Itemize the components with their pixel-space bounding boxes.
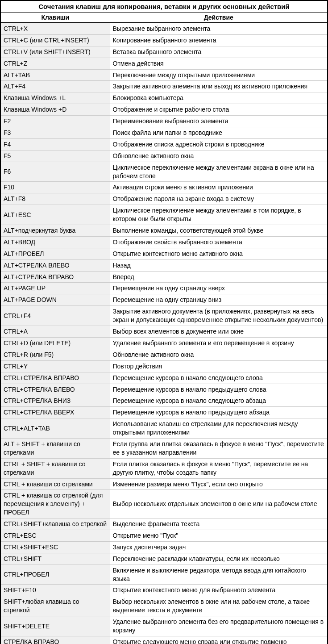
key-cell: CTRL+SHIFT+ESC bbox=[0, 541, 110, 553]
key-cell: CTRL + SHIFT + клавиши со стрелками bbox=[0, 458, 110, 478]
action-cell: Отображение и скрытие рабочего стола bbox=[110, 104, 328, 116]
table-row: ALT + SHIFT + клавиши со стрелкамиЕсли г… bbox=[0, 438, 328, 458]
table-row: CTRL+ALT+TABИспользование клавиш со стре… bbox=[0, 418, 328, 439]
table-row: CTRL+СТРЕЛКА ВНИЗПеремещение курсора в н… bbox=[0, 395, 328, 407]
table-row: ALT+подчеркнутая букваВыполнение команды… bbox=[0, 225, 328, 237]
key-cell: CTRL+СТРЕЛКА ВНИЗ bbox=[0, 395, 110, 407]
table-row: ALT+F8Отображение пароля на экране входа… bbox=[0, 193, 328, 205]
action-cell: Открытие контекстного меню активного окн… bbox=[110, 248, 328, 259]
table-row: CTRL+SHIFTПереключение раскладки клавиат… bbox=[0, 553, 328, 565]
action-cell: Переключение между открытыми приложениям… bbox=[110, 69, 328, 81]
key-cell: CTRL+ПРОБЕЛ bbox=[0, 565, 110, 585]
table-row: CTRL+YПовтор действия bbox=[0, 360, 328, 372]
action-cell: Запуск диспетчера задач bbox=[110, 541, 328, 553]
table-row: ALT+PAGE UPПеремещение на одну страницу … bbox=[0, 283, 328, 294]
table-row: CTRL+V (или SHIFT+INSERT)Вставка выбранн… bbox=[0, 46, 328, 58]
key-cell: CTRL+F4 bbox=[0, 306, 110, 326]
action-cell: Открытие меню "Пуск" bbox=[110, 530, 328, 541]
table-row: CTRL+R (или F5)Обновление активного окна bbox=[0, 349, 328, 360]
table-row: CTRL+SHIFT+клавиша со стрелкойВыделение … bbox=[0, 519, 328, 530]
key-cell: F4 bbox=[0, 138, 110, 150]
table-row: ALT+СТРЕЛКА ВЛЕВОНазад bbox=[0, 259, 328, 271]
action-cell: Перемещение курсора в начало предыдущего… bbox=[110, 407, 328, 418]
action-cell: Перемещение курсора в начало следующего … bbox=[110, 372, 328, 384]
key-cell: CTRL+A bbox=[0, 326, 110, 338]
key-cell: CTRL+СТРЕЛКА ВВЕРХ bbox=[0, 407, 110, 418]
key-cell: ALT+ПРОБЕЛ bbox=[0, 248, 110, 259]
action-cell: Назад bbox=[110, 259, 328, 271]
action-cell: Переключение раскладки клавиатуры, если … bbox=[110, 553, 328, 565]
key-cell: CTRL+R (или F5) bbox=[0, 349, 110, 360]
action-cell: Перемещение курсора в начало предыдущего… bbox=[110, 384, 328, 395]
key-cell: ALT+PAGE DOWN bbox=[0, 294, 110, 306]
action-cell: Удаление выбранного элемента и его перем… bbox=[110, 337, 328, 349]
action-cell: Включение и выключение редактора метода … bbox=[110, 565, 328, 585]
action-cell: Копирование выбранного элемента bbox=[110, 34, 328, 46]
action-cell: Циклическое переключение между элементам… bbox=[110, 205, 328, 225]
key-cell: CTRL+V (или SHIFT+INSERT) bbox=[0, 46, 110, 58]
action-cell: Активация строки меню в активном приложе… bbox=[110, 182, 328, 193]
action-cell: Циклическое переключение между элементам… bbox=[110, 162, 328, 182]
table-row: CTRL+СТРЕЛКА ВПРАВОПеремещение курсора в… bbox=[0, 372, 328, 384]
action-cell: Вырезание выбранного элемента bbox=[110, 23, 328, 34]
key-cell: SHIFT+F10 bbox=[0, 585, 110, 596]
action-cell: Изменение размера меню "Пуск", если оно … bbox=[110, 478, 328, 490]
action-cell: Вперед bbox=[110, 271, 328, 283]
table-row: SHIFT+DELETEУдаление выбранного элемента… bbox=[0, 616, 328, 636]
action-cell: Закрытие активного элемента или выход из… bbox=[110, 81, 328, 92]
action-cell: Открытие контекстного меню для выбранног… bbox=[110, 585, 328, 596]
table-row: CTRL+SHIFT+ESCЗапуск диспетчера задач bbox=[0, 541, 328, 553]
header-keys: Клавиши bbox=[0, 13, 110, 23]
action-cell: Отображение свойств выбранного элемента bbox=[110, 236, 328, 248]
key-cell: CTRL+Y bbox=[0, 360, 110, 372]
header-action: Действие bbox=[110, 13, 328, 23]
action-cell: Отмена действия bbox=[110, 58, 328, 69]
action-cell: Отображение списка адресной строки в про… bbox=[110, 138, 328, 150]
key-cell: SHIFT+DELETE bbox=[0, 616, 110, 636]
action-cell: Вставка выбранного элемента bbox=[110, 46, 328, 58]
table-row: F5Обновление активного окна bbox=[0, 150, 328, 162]
action-cell: Перемещение на одну страницу вверх bbox=[110, 283, 328, 294]
key-cell: CTRL+ALT+TAB bbox=[0, 418, 110, 439]
key-cell: ALT+ВВОД bbox=[0, 236, 110, 248]
key-cell: Клавиша Windows +L bbox=[0, 92, 110, 104]
key-cell: CTRL+SHIFT+клавиша со стрелкой bbox=[0, 519, 110, 530]
key-cell: F6 bbox=[0, 162, 110, 182]
action-cell: Выбор нескольких отдельных элементов в о… bbox=[110, 490, 328, 519]
table-row: ALT+СТРЕЛКА ВПРАВОВперед bbox=[0, 271, 328, 283]
key-cell: CTRL + клавиша со стрелкой (для перемеще… bbox=[0, 490, 110, 519]
table-row: Клавиша Windows +LБлокировка компьютера bbox=[0, 92, 328, 104]
key-cell: ALT+подчеркнутая буква bbox=[0, 225, 110, 237]
table-row: CTRL+XВырезание выбранного элемента bbox=[0, 23, 328, 34]
table-row: ALT+ВВОДОтображение свойств выбранного э… bbox=[0, 236, 328, 248]
table-row: CTRL+C (или CTRL+INSERT)Копирование выбр… bbox=[0, 34, 328, 46]
table-row: F10Активация строки меню в активном прил… bbox=[0, 182, 328, 193]
action-cell: Если плитка оказалась в фокусе в меню "П… bbox=[110, 458, 328, 478]
table-row: CTRL+СТРЕЛКА ВВЕРХПеремещение курсора в … bbox=[0, 407, 328, 418]
key-cell: CTRL+X bbox=[0, 23, 110, 34]
action-cell: Отображение пароля на экране входа в сис… bbox=[110, 193, 328, 205]
action-cell: Если группа или плитка оказалась в фокус… bbox=[110, 438, 328, 458]
key-cell: F2 bbox=[0, 116, 110, 127]
key-cell: ALT+F4 bbox=[0, 81, 110, 92]
key-cell: СТРЕЛКА ВПРАВО bbox=[0, 636, 110, 644]
table-row: ALT+ESCЦиклическое переключение между эл… bbox=[0, 205, 328, 225]
table-row: Клавиша Windows +DОтображение и скрытие … bbox=[0, 104, 328, 116]
key-cell: ALT+PAGE UP bbox=[0, 283, 110, 294]
key-cell: CTRL+СТРЕЛКА ВПРАВО bbox=[0, 372, 110, 384]
table-row: ALT+PAGE DOWNПеремещение на одну страниц… bbox=[0, 294, 328, 306]
key-cell: CTRL+D (или DELETE) bbox=[0, 337, 110, 349]
table-row: CTRL + SHIFT + клавиши со стрелкамиЕсли … bbox=[0, 458, 328, 478]
key-cell: ALT+СТРЕЛКА ВЛЕВО bbox=[0, 259, 110, 271]
table-row: ALT+F4Закрытие активного элемента или вы… bbox=[0, 81, 328, 92]
table-title: Сочетания клавиш для копирования, вставк… bbox=[0, 0, 328, 13]
action-cell: Обновление активного окна bbox=[110, 349, 328, 360]
table-row: CTRL+D (или DELETE)Удаление выбранного э… bbox=[0, 337, 328, 349]
action-cell: Удаление выбранного элемента без его пре… bbox=[110, 616, 328, 636]
table-row: CTRL+ПРОБЕЛВключение и выключение редакт… bbox=[0, 565, 328, 585]
shortcuts-table: Сочетания клавиш для копирования, вставк… bbox=[0, 0, 328, 644]
action-cell: Повтор действия bbox=[110, 360, 328, 372]
table-row: SHIFT+любая клавиша со стрелкойВыбор нес… bbox=[0, 596, 328, 616]
table-row: CTRL + клавиши со стрелкамиИзменение раз… bbox=[0, 478, 328, 490]
action-cell: Открытие следующего меню справа или откр… bbox=[110, 636, 328, 644]
